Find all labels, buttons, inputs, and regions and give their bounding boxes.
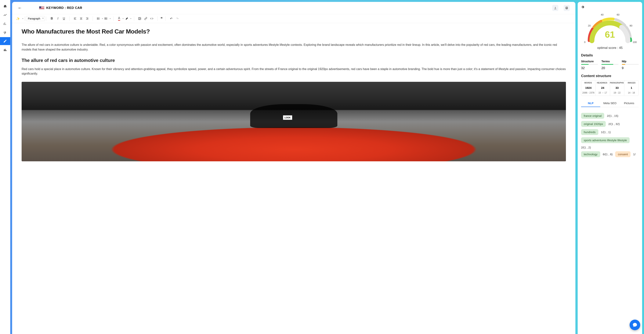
chat-button[interactable]	[630, 320, 640, 330]
cs-range-paragraphs: 19 - 22	[610, 90, 624, 96]
code-button[interactable]	[149, 16, 155, 21]
align-center-button[interactable]	[78, 16, 84, 21]
svg-rect-6	[6, 50, 6, 51]
gauge-tick-100: 100	[633, 41, 637, 43]
svg-point-32	[139, 18, 140, 18]
keyword-label: KEYWORD : RED CAR	[46, 6, 82, 10]
detail-nlp: Nlp 9	[622, 60, 639, 70]
sidebar-analytics[interactable]	[0, 11, 10, 19]
cs-head-paragraphs: PARAGRAPHS	[609, 80, 625, 85]
nlp-chip[interactable]: technology	[581, 151, 600, 157]
article-p2[interactable]: Red cars hold a special place in automot…	[22, 67, 566, 76]
gauge-score: 61	[582, 29, 638, 40]
editor-panel: ← KEYWORD : RED CAR ✨▾ Paragraph B I U	[12, 2, 576, 334]
gauge-tick-20: 20	[588, 24, 590, 27]
cs-val-paragraphs: 33	[610, 85, 624, 90]
nlp-chip[interactable]: consent	[615, 151, 630, 157]
text-color-button[interactable]: A	[116, 16, 122, 21]
bold-button[interactable]: B	[49, 16, 54, 21]
gauge-tick-40: 40	[601, 13, 604, 16]
svg-rect-4	[4, 49, 4, 51]
cs-head-words: WORDS	[581, 80, 595, 85]
left-sidebar: AB	[0, 0, 10, 334]
nlp-count: 6/(1 , 6)	[603, 153, 613, 156]
details-row: Structure 32 Terms 20 Nlp 9	[581, 60, 639, 70]
back-button[interactable]: ←	[18, 5, 22, 10]
cs-range-images: 14 - 16	[624, 90, 638, 96]
nlp-count: 2/(1 , 15)	[607, 114, 618, 117]
nlp-row: france original2/(1 , 15)	[581, 113, 639, 119]
tab-meta-seo[interactable]: Meta SEO	[600, 100, 619, 107]
svg-point-19	[97, 17, 98, 18]
editor-toolbar: ✨▾ Paragraph B I U ▾ 123▾	[12, 14, 576, 23]
detail-terms: Terms 20	[601, 60, 618, 70]
gauge-tick-0: 0	[584, 41, 586, 43]
optimal-score: optimal score : 45	[581, 46, 639, 50]
align-left-button[interactable]	[72, 16, 78, 21]
sidebar-edit[interactable]	[0, 37, 10, 45]
link-button[interactable]	[143, 16, 148, 21]
align-right-button[interactable]	[84, 16, 90, 21]
quote-button[interactable]: ❝	[159, 16, 164, 21]
nlp-list: france original2/(1 , 15)original 1920px…	[581, 113, 639, 157]
nlp-chip[interactable]: france original	[581, 113, 604, 119]
nlp-count: 2/(1 , 32)	[608, 122, 620, 126]
cs-head-headings: HEADINGS	[595, 80, 609, 85]
nlp-row: sports adventures lifestyle lifestyle2/(…	[581, 137, 639, 149]
cs-range-words: 2066 - 2376	[581, 90, 596, 96]
nlp-count: 1/(1 , 1)	[601, 130, 611, 134]
sidebar-spellcheck[interactable]: AB	[0, 28, 10, 36]
nlp-count: 2/(1 , 2)	[581, 146, 591, 149]
tab-pictures[interactable]: Pictures	[620, 100, 639, 107]
editor-content[interactable]: Who Manufactures the Most Red Car Models…	[12, 23, 576, 334]
print-button[interactable]	[564, 5, 570, 11]
magic-button[interactable]: ✨	[15, 16, 21, 21]
article-image[interactable]	[22, 82, 566, 161]
gauge-tick-60: 60	[617, 13, 619, 16]
score-gauge: 61 0 20 40 60 80 100	[582, 11, 638, 44]
format-select[interactable]: Paragraph	[26, 16, 45, 21]
details-title: Details	[581, 53, 639, 57]
highlight-button[interactable]	[124, 16, 130, 21]
cs-head-images: IMAGES	[625, 80, 638, 85]
settings-button[interactable]	[581, 5, 639, 9]
flag-icon	[39, 6, 44, 10]
svg-point-21	[97, 19, 98, 19]
svg-point-20	[97, 18, 98, 19]
nlp-row: original 1920px2/(1 , 32)	[581, 121, 639, 127]
undo-button[interactable]: ↶	[168, 16, 174, 21]
italic-button[interactable]: I	[55, 16, 61, 21]
detail-structure: Structure 32	[581, 60, 598, 70]
tab-nlp[interactable]: NLP	[581, 100, 600, 107]
article-intro[interactable]: The allure of red cars in automotive cul…	[22, 43, 566, 52]
nlp-chip[interactable]: hundreds	[581, 129, 598, 135]
sidebar-bars[interactable]	[0, 20, 10, 28]
nlp-row: hundreds1/(1 , 1)	[581, 129, 639, 135]
svg-text:3: 3	[105, 19, 106, 20]
cs-val-images: 1	[624, 85, 638, 90]
svg-rect-5	[5, 49, 5, 51]
image-button[interactable]	[137, 16, 142, 21]
right-panel: 61 0 20 40 60 80 100 optimal score : 45 …	[578, 2, 642, 334]
editor-header: ← KEYWORD : RED CAR	[12, 2, 576, 14]
download-button[interactable]	[552, 5, 558, 11]
content-structure-table: WORDS HEADINGS PARAGRAPHS IMAGES 1924 24…	[581, 80, 639, 96]
redo-button[interactable]: ↷	[174, 16, 180, 21]
nlp-chip[interactable]: sports adventures lifestyle lifestyle	[581, 137, 630, 143]
number-list-button[interactable]: 123	[103, 16, 109, 21]
nlp-row: technology6/(1 , 6)consent1/	[581, 151, 639, 157]
cs-val-words: 1924	[581, 85, 596, 90]
cs-val-headings: 24	[596, 85, 610, 90]
nlp-count: 1/	[633, 153, 636, 156]
nlp-chip[interactable]: original 1920px	[581, 121, 606, 127]
gauge-tick-80: 80	[630, 24, 632, 27]
sidebar-home[interactable]	[0, 2, 10, 10]
underline-button[interactable]: U	[61, 16, 67, 21]
svg-text:AB: AB	[4, 31, 6, 33]
article-title[interactable]: Who Manufactures the Most Red Car Models…	[22, 28, 566, 35]
sidebar-columns[interactable]	[0, 46, 10, 54]
right-tabs: NLP Meta SEO Pictures	[581, 100, 639, 107]
cs-range-headings: 15 → 17	[596, 90, 610, 96]
article-h2[interactable]: The allure of red cars in automotive cul…	[22, 58, 566, 63]
bullet-list-button[interactable]	[96, 16, 101, 21]
